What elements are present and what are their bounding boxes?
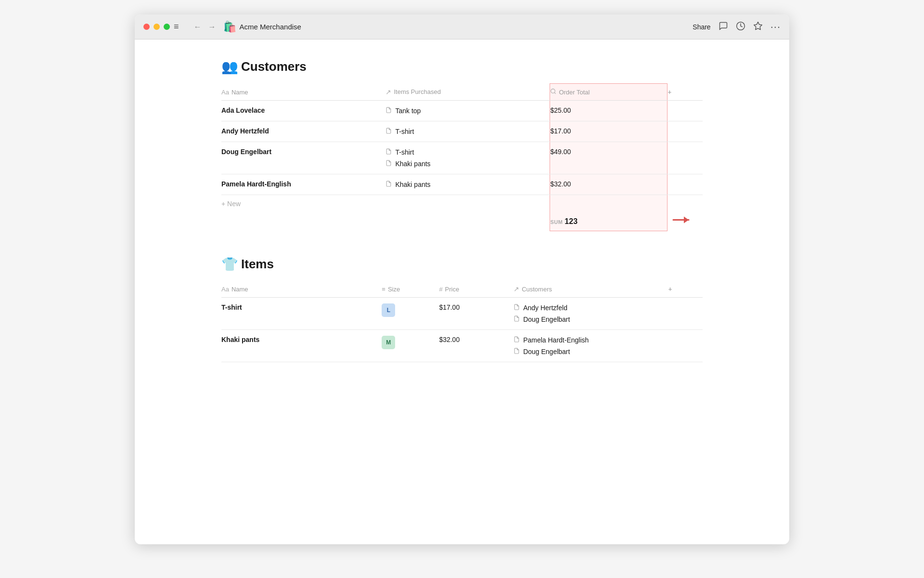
items-title: Items [241,257,274,272]
item-row-0: T-shirt L $17.00 Andy Hert [221,298,703,330]
customers-heading: 👥 Customers [221,59,703,75]
item-add-0 [668,298,703,330]
name-col-icon: Aa [221,89,229,96]
svg-marker-5 [684,217,689,223]
customer-row-0: Ada Lovelace Tank top $25.00 [221,101,703,121]
more-button[interactable]: ··· [770,21,781,33]
customer-ref-label: Doug Engelbart [523,315,570,323]
customer-order-0: $25.00 [550,101,667,121]
item-row: Tank top [385,106,544,115]
items-col-header-price: # Price [439,281,513,298]
name-col-label: Name [231,89,248,96]
item-doc-icon [385,148,392,157]
customer-ref-row: Pamela Hardt-English [513,336,662,344]
customers-title: Customers [241,59,307,74]
customer-items-2: T-shirt Khaki pants [385,142,550,174]
customer-doc-icon [513,347,520,356]
item-label: T-shirt [395,128,414,135]
sum-empty-2 [385,212,550,231]
add-col-icon: + [667,88,671,96]
item-label: Khaki pants [395,181,430,188]
items-col-header-add[interactable]: + [668,281,703,298]
minimize-button[interactable] [154,24,160,30]
app-icon: 🛍️ [223,21,236,33]
customer-row-3: Pamela Hardt-English Khaki pants $32.00 [221,174,703,195]
customer-row-1: Andy Hertzfeld T-shirt $17.00 [221,121,703,142]
forward-button[interactable]: → [206,22,218,32]
col-header-add[interactable]: + [667,84,703,101]
items-name-icon: Aa [221,286,229,293]
item-price-1: $32.00 [439,330,513,362]
new-customer-row: + New [221,195,703,213]
items-add-icon: + [668,285,672,293]
items-customers-icon: ↗ [513,285,519,293]
customers-table: Aa Name ↗ Items Purchased [221,83,703,231]
items-price-icon: # [439,286,442,293]
customer-add-2 [667,142,703,174]
item-row: T-shirt [385,148,544,157]
customer-order-2: $49.00 [550,142,667,174]
items-price-label: Price [445,286,460,293]
item-doc-icon [385,180,392,189]
app-title-area: 🛍️ Acme Merchandise [223,21,301,33]
items-col-label: Items Purchased [394,88,441,95]
items-icon: 👕 [221,256,238,272]
item-row: T-shirt [385,127,544,136]
size-badge-L: L [382,303,395,317]
items-col-header-customers: ↗ Customers [513,281,668,298]
customer-ref-row: Andy Hertzfeld [513,303,662,312]
col-header-items: ↗ Items Purchased [385,84,550,101]
nav-buttons: ← → [192,22,218,32]
sum-cell: SUM123 [550,212,667,231]
items-col-header-size: ≡ Size [382,281,439,298]
customer-items-1: T-shirt [385,121,550,142]
item-size-0: L [382,298,439,330]
item-label: T-shirt [395,148,414,156]
customer-doc-icon [513,336,520,344]
share-button[interactable]: Share [693,23,710,31]
customer-row-2: Doug Engelbart T-shirt [221,142,703,174]
customer-add-1 [667,121,703,142]
order-col-label: Order Total [559,89,590,96]
sum-empty-1 [221,212,385,231]
customer-ref-row: Doug Engelbart [513,315,662,324]
item-name-0: T-shirt [221,298,382,330]
app-window: ≡ ← → 🛍️ Acme Merchandise Share ··· � [135,14,789,544]
items-size-label: Size [388,286,400,293]
customer-name-0: Ada Lovelace [221,101,385,121]
customer-name-3: Pamela Hardt-English [221,174,385,195]
item-customers-1: Pamela Hardt-English Doug Engelbart [513,330,668,362]
new-customer-button[interactable]: + New [221,200,241,208]
new-order-cell [550,195,667,213]
new-add-cell [667,195,703,213]
customer-doc-icon [513,303,520,312]
customer-order-3: $32.00 [550,174,667,195]
items-size-icon: ≡ [382,286,385,293]
svg-marker-1 [754,22,762,29]
sum-label: SUM [550,219,563,225]
customer-name-1: Andy Hertzfeld [221,121,385,142]
item-row-1: Khaki pants M $32.00 Pamel [221,330,703,362]
item-doc-icon [385,127,392,136]
order-col-icon [550,88,556,96]
item-row: Khaki pants [385,159,544,168]
traffic-lights [143,24,170,30]
items-col-icon: ↗ [385,88,391,96]
close-button[interactable] [143,24,150,30]
items-heading: 👕 Items [221,256,703,272]
sum-value: 123 [565,217,578,225]
customer-add-0 [667,101,703,121]
comment-button[interactable] [719,21,728,33]
customer-name-2: Doug Engelbart [221,142,385,174]
hamburger-button[interactable]: ≡ [170,21,183,33]
item-add-1 [668,330,703,362]
history-button[interactable] [736,21,745,33]
customer-items-3: Khaki pants [385,174,550,195]
items-col-header-name: Aa Name [221,281,382,298]
star-button[interactable] [753,21,763,33]
items-table: Aa Name ≡ Size # [221,281,703,362]
customer-add-3 [667,174,703,195]
maximize-button[interactable] [164,24,170,30]
back-button[interactable]: ← [192,22,204,32]
titlebar-actions: Share ··· [693,14,781,39]
